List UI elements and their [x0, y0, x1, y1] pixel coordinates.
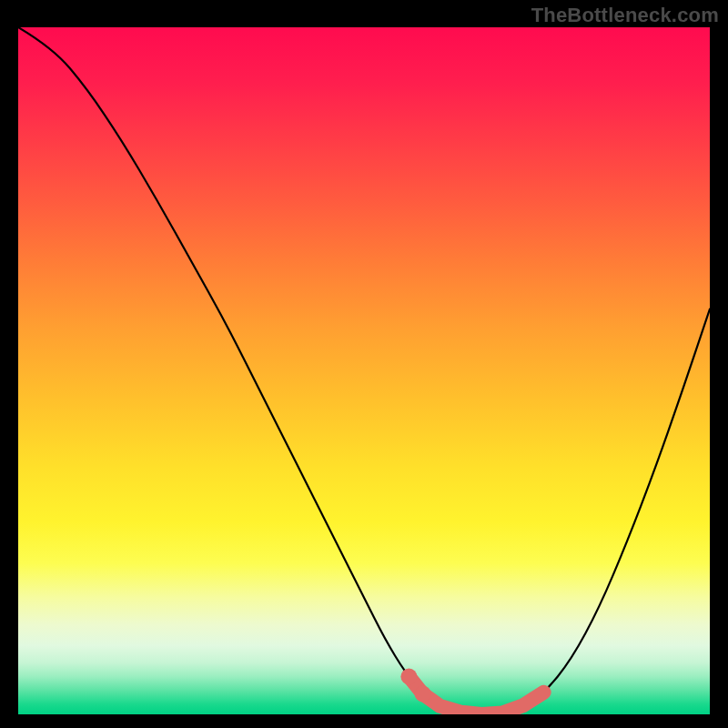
highlight-marker-1: [400, 669, 417, 685]
chart-svg: [18, 27, 710, 714]
plot-area: [18, 27, 710, 714]
bottleneck-curve-line: [18, 27, 710, 714]
highlight-marker-2: [415, 685, 431, 702]
watermark-text: TheBottleneck.com: [531, 4, 719, 27]
chart-stage: TheBottleneck.com: [0, 0, 728, 728]
